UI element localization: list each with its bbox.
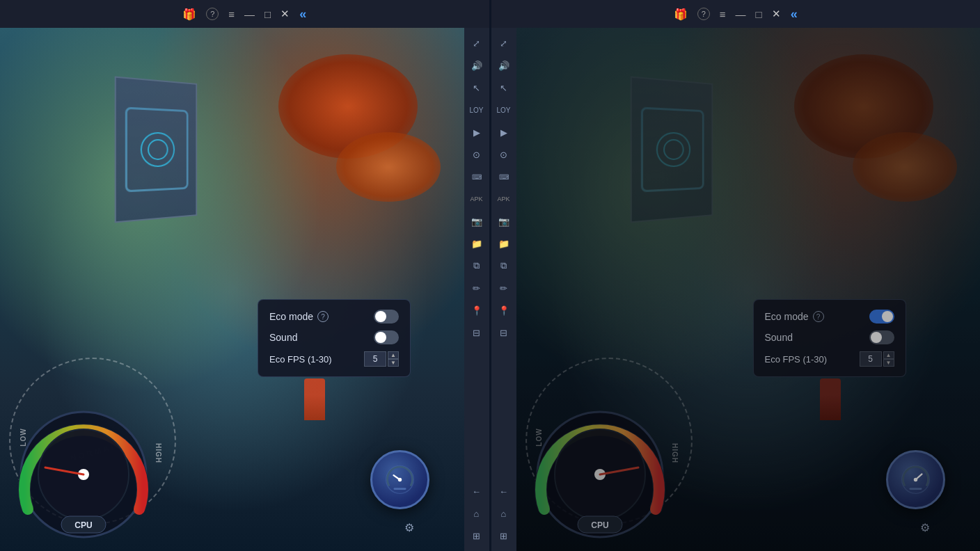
right-eco-mode-label: Eco mode: [765, 311, 809, 322]
right-sidebar-location[interactable]: 📍: [494, 301, 514, 320]
left-sidebar-layers[interactable]: ⧉: [467, 256, 487, 276]
right-gauge-high-text: HIGH: [671, 443, 679, 463]
left-sidebar: ⤢ 🔊 ↖ LOY ▶ ⊙ ⌨ APK 📷 📁 ⧉ ✏ 📍 ⊟ ← ⌂: [464, 28, 489, 551]
right-eco-help-icon[interactable]: ?: [813, 311, 824, 322]
right-maximize-icon[interactable]: □: [756, 8, 762, 20]
left-sidebar-location[interactable]: 📍: [467, 301, 487, 320]
right-minimize-icon[interactable]: —: [736, 8, 746, 20]
right-speed-button[interactable]: [886, 450, 945, 509]
left-sidebar-play[interactable]: ▶: [467, 122, 487, 142]
right-sidebar-pen[interactable]: ✏: [494, 278, 514, 298]
left-sidebar-home[interactable]: ⌂: [467, 504, 487, 523]
gauge-high-text: HIGH: [155, 443, 162, 463]
left-fps-up[interactable]: ▲: [388, 351, 399, 359]
left-minimize-icon[interactable]: —: [244, 8, 255, 20]
left-sound-toggle[interactable]: [374, 330, 399, 344]
left-sidebar-back[interactable]: ←: [467, 481, 487, 501]
left-sidebar-folder[interactable]: 📁: [467, 234, 487, 253]
left-sidebar-keyboard[interactable]: ⌨: [467, 167, 487, 186]
svg-rect-19: [910, 488, 922, 490]
right-gear-icon[interactable]: ⚙: [920, 521, 930, 534]
left-menu-icon[interactable]: ≡: [228, 8, 235, 20]
right-sound-label: Sound: [765, 332, 793, 343]
left-sidebar-stack[interactable]: ⊟: [467, 323, 487, 342]
left-sidebar-screenshot[interactable]: 📷: [467, 211, 487, 231]
right-sidebar-stack[interactable]: ⊟: [494, 323, 514, 342]
svg-text:CPU: CPU: [74, 520, 92, 530]
svg-text:CPU: CPU: [591, 520, 608, 530]
svg-rect-9: [393, 488, 406, 490]
right-gift-icon[interactable]: 🎁: [674, 8, 688, 21]
right-fps-up[interactable]: ▲: [883, 351, 894, 359]
left-eco-mode-label: Eco mode: [269, 311, 313, 322]
left-sidebar-record[interactable]: ⊙: [467, 145, 487, 164]
right-sidebar-record[interactable]: ⊙: [494, 145, 514, 164]
right-sidebar-fullscreen[interactable]: ⤢: [494, 33, 514, 53]
left-eco-popup: Eco mode ? Sound: [258, 299, 411, 377]
right-eco-toggle[interactable]: [869, 310, 894, 324]
right-sidebar-toolbar[interactable]: LOY: [494, 100, 514, 120]
right-sidebar: ⤢ 🔊 ↖ LOY ▶ ⊙ ⌨ APK 📷 📁 ⧉ ✏ 📍 ⊟ ← ⌂: [491, 28, 516, 551]
left-sidebar-pen[interactable]: ✏: [467, 278, 487, 298]
right-sidebar-home[interactable]: ⌂: [494, 504, 514, 523]
left-sidebar-apk[interactable]: APK: [467, 189, 487, 209]
left-gift-icon[interactable]: 🎁: [182, 8, 196, 21]
right-menu-icon[interactable]: ≡: [720, 8, 726, 20]
left-sidebar-apps[interactable]: ⊞: [467, 526, 487, 545]
left-help-icon[interactable]: ?: [206, 8, 219, 20]
right-sidebar-folder[interactable]: 📁: [494, 234, 514, 253]
right-cpu-gauge: CPU: [530, 405, 670, 544]
left-collapse-icon[interactable]: «: [299, 7, 306, 22]
right-eco-popup: Eco mode ? Sound: [753, 299, 906, 377]
left-sidebar-toolbar[interactable]: LOY: [467, 100, 487, 120]
left-speed-button[interactable]: [370, 450, 429, 509]
right-collapse-icon[interactable]: «: [791, 7, 798, 22]
left-eco-toggle[interactable]: [374, 310, 399, 324]
cpu-gauge: CPU: [14, 405, 153, 544]
right-close-icon[interactable]: ✕: [772, 8, 781, 20]
right-sidebar-cursor[interactable]: ↖: [494, 78, 514, 97]
right-sidebar-back[interactable]: ←: [494, 481, 514, 501]
left-maximize-icon[interactable]: □: [264, 8, 271, 20]
left-fps-input[interactable]: 5 ▲ ▼: [364, 351, 399, 367]
svg-point-18: [914, 478, 917, 481]
left-sound-label: Sound: [269, 332, 297, 343]
svg-point-8: [397, 478, 401, 481]
right-sidebar-apk[interactable]: APK: [494, 189, 514, 209]
left-gear-icon[interactable]: ⚙: [404, 521, 414, 534]
right-fps-input[interactable]: 5 ▲ ▼: [860, 351, 894, 367]
left-sidebar-fullscreen[interactable]: ⤢: [467, 33, 487, 53]
left-eco-help-icon[interactable]: ?: [317, 311, 329, 322]
left-fps-label: Eco FPS (1-30): [269, 354, 332, 365]
right-sidebar-apps[interactable]: ⊞: [494, 526, 514, 545]
right-sidebar-play[interactable]: ▶: [494, 122, 514, 142]
left-titlebar: 🎁 ? ≡ — □ ✕ «: [0, 0, 489, 28]
right-sidebar-layers[interactable]: ⧉: [494, 256, 514, 276]
right-fps-down[interactable]: ▼: [883, 359, 894, 367]
right-sidebar-keyboard[interactable]: ⌨: [494, 167, 514, 186]
left-sidebar-cursor[interactable]: ↖: [467, 78, 487, 97]
right-help-icon[interactable]: ?: [697, 8, 710, 20]
left-close-icon[interactable]: ✕: [280, 8, 290, 20]
right-fps-label: Eco FPS (1-30): [765, 354, 828, 365]
right-sidebar-screenshot[interactable]: 📷: [494, 211, 514, 231]
left-sidebar-volume[interactable]: 🔊: [467, 56, 487, 75]
right-sidebar-volume[interactable]: 🔊: [494, 56, 514, 75]
left-fps-down[interactable]: ▼: [388, 359, 399, 367]
right-titlebar: 🎁 ? ≡ — □ ✕ «: [491, 0, 981, 28]
right-sound-toggle[interactable]: [869, 330, 894, 344]
